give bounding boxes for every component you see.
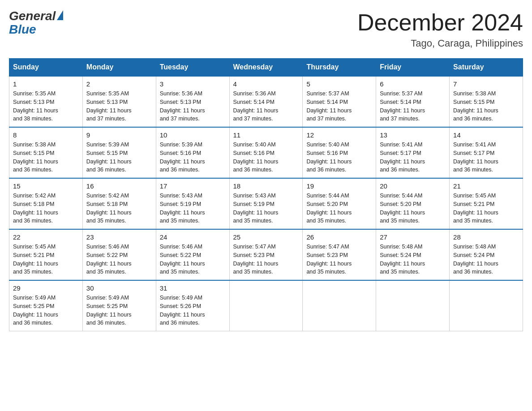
day-info: Sunrise: 5:43 AM Sunset: 5:19 PM Dayligh… <box>233 192 299 225</box>
day-number: 21 <box>453 182 519 190</box>
table-row: 17 Sunrise: 5:43 AM Sunset: 5:19 PM Dayl… <box>156 178 229 229</box>
day-info: Sunrise: 5:37 AM Sunset: 5:14 PM Dayligh… <box>306 90 372 123</box>
table-row: 22 Sunrise: 5:45 AM Sunset: 5:21 PM Dayl… <box>9 229 83 280</box>
day-number: 4 <box>233 80 299 88</box>
table-row <box>376 280 450 331</box>
table-row: 21 Sunrise: 5:45 AM Sunset: 5:21 PM Dayl… <box>450 178 523 229</box>
calendar-week-row: 8 Sunrise: 5:38 AM Sunset: 5:15 PM Dayli… <box>9 127 523 178</box>
day-number: 13 <box>380 131 446 139</box>
header-sunday: Sunday <box>9 59 83 77</box>
header-saturday: Saturday <box>450 59 523 77</box>
calendar-table: Sunday Monday Tuesday Wednesday Thursday… <box>9 58 523 331</box>
logo-top: General <box>9 9 63 23</box>
day-number: 10 <box>160 131 226 139</box>
day-info: Sunrise: 5:40 AM Sunset: 5:16 PM Dayligh… <box>233 141 299 174</box>
day-number: 31 <box>160 284 226 292</box>
logo: General Blue <box>9 9 63 37</box>
day-info: Sunrise: 5:46 AM Sunset: 5:22 PM Dayligh… <box>160 243 226 276</box>
table-row: 13 Sunrise: 5:41 AM Sunset: 5:17 PM Dayl… <box>376 127 450 178</box>
day-info: Sunrise: 5:39 AM Sunset: 5:16 PM Dayligh… <box>160 141 226 174</box>
day-number: 2 <box>86 80 152 88</box>
table-row: 15 Sunrise: 5:42 AM Sunset: 5:18 PM Dayl… <box>9 178 83 229</box>
day-number: 28 <box>453 233 519 241</box>
day-number: 30 <box>86 284 152 292</box>
day-info: Sunrise: 5:49 AM Sunset: 5:25 PM Dayligh… <box>13 294 79 327</box>
table-row: 1 Sunrise: 5:35 AM Sunset: 5:13 PM Dayli… <box>9 76 83 127</box>
day-info: Sunrise: 5:47 AM Sunset: 5:23 PM Dayligh… <box>233 243 299 276</box>
day-info: Sunrise: 5:37 AM Sunset: 5:14 PM Dayligh… <box>380 90 446 123</box>
day-info: Sunrise: 5:49 AM Sunset: 5:26 PM Dayligh… <box>160 294 226 327</box>
day-info: Sunrise: 5:43 AM Sunset: 5:19 PM Dayligh… <box>160 192 226 225</box>
table-row: 4 Sunrise: 5:36 AM Sunset: 5:14 PM Dayli… <box>229 76 303 127</box>
table-row: 19 Sunrise: 5:44 AM Sunset: 5:20 PM Dayl… <box>303 178 376 229</box>
day-info: Sunrise: 5:35 AM Sunset: 5:13 PM Dayligh… <box>86 90 152 123</box>
page-header: General Blue December 2024 Tago, Caraga,… <box>9 9 523 49</box>
day-number: 29 <box>13 284 79 292</box>
day-info: Sunrise: 5:38 AM Sunset: 5:15 PM Dayligh… <box>13 141 79 174</box>
day-number: 6 <box>380 80 446 88</box>
calendar-header-row: Sunday Monday Tuesday Wednesday Thursday… <box>9 59 523 77</box>
day-number: 23 <box>86 233 152 241</box>
table-row: 7 Sunrise: 5:38 AM Sunset: 5:15 PM Dayli… <box>450 76 523 127</box>
day-info: Sunrise: 5:45 AM Sunset: 5:21 PM Dayligh… <box>453 192 519 225</box>
day-info: Sunrise: 5:47 AM Sunset: 5:23 PM Dayligh… <box>306 243 372 276</box>
day-number: 27 <box>380 233 446 241</box>
day-info: Sunrise: 5:42 AM Sunset: 5:18 PM Dayligh… <box>86 192 152 225</box>
header-thursday: Thursday <box>303 59 376 77</box>
day-number: 26 <box>306 233 372 241</box>
day-number: 11 <box>233 131 299 139</box>
calendar-week-row: 29 Sunrise: 5:49 AM Sunset: 5:25 PM Dayl… <box>9 280 523 331</box>
table-row: 12 Sunrise: 5:40 AM Sunset: 5:16 PM Dayl… <box>303 127 376 178</box>
day-info: Sunrise: 5:45 AM Sunset: 5:21 PM Dayligh… <box>13 243 79 276</box>
location-subtitle: Tago, Caraga, Philippines <box>357 38 523 49</box>
day-number: 1 <box>13 80 79 88</box>
day-info: Sunrise: 5:36 AM Sunset: 5:14 PM Dayligh… <box>233 90 299 123</box>
logo-general-text: General <box>9 9 56 23</box>
table-row: 28 Sunrise: 5:48 AM Sunset: 5:24 PM Dayl… <box>450 229 523 280</box>
day-number: 19 <box>306 182 372 190</box>
day-info: Sunrise: 5:40 AM Sunset: 5:16 PM Dayligh… <box>306 141 372 174</box>
day-info: Sunrise: 5:41 AM Sunset: 5:17 PM Dayligh… <box>380 141 446 174</box>
day-info: Sunrise: 5:39 AM Sunset: 5:15 PM Dayligh… <box>86 141 152 174</box>
calendar-week-row: 15 Sunrise: 5:42 AM Sunset: 5:18 PM Dayl… <box>9 178 523 229</box>
table-row: 5 Sunrise: 5:37 AM Sunset: 5:14 PM Dayli… <box>303 76 376 127</box>
logo-triangle-icon <box>57 10 63 20</box>
table-row: 18 Sunrise: 5:43 AM Sunset: 5:19 PM Dayl… <box>229 178 303 229</box>
table-row: 20 Sunrise: 5:44 AM Sunset: 5:20 PM Dayl… <box>376 178 450 229</box>
header-wednesday: Wednesday <box>229 59 303 77</box>
table-row: 2 Sunrise: 5:35 AM Sunset: 5:13 PM Dayli… <box>82 76 156 127</box>
day-info: Sunrise: 5:41 AM Sunset: 5:17 PM Dayligh… <box>453 141 519 174</box>
day-number: 25 <box>233 233 299 241</box>
day-info: Sunrise: 5:44 AM Sunset: 5:20 PM Dayligh… <box>306 192 372 225</box>
header-tuesday: Tuesday <box>156 59 229 77</box>
day-number: 15 <box>13 182 79 190</box>
table-row: 6 Sunrise: 5:37 AM Sunset: 5:14 PM Dayli… <box>376 76 450 127</box>
table-row: 31 Sunrise: 5:49 AM Sunset: 5:26 PM Dayl… <box>156 280 229 331</box>
day-info: Sunrise: 5:49 AM Sunset: 5:25 PM Dayligh… <box>86 294 152 327</box>
day-number: 14 <box>453 131 519 139</box>
table-row: 10 Sunrise: 5:39 AM Sunset: 5:16 PM Dayl… <box>156 127 229 178</box>
table-row: 11 Sunrise: 5:40 AM Sunset: 5:16 PM Dayl… <box>229 127 303 178</box>
table-row: 9 Sunrise: 5:39 AM Sunset: 5:15 PM Dayli… <box>82 127 156 178</box>
day-number: 5 <box>306 80 372 88</box>
day-info: Sunrise: 5:42 AM Sunset: 5:18 PM Dayligh… <box>13 192 79 225</box>
title-block: December 2024 Tago, Caraga, Philippines <box>357 9 523 49</box>
table-row: 30 Sunrise: 5:49 AM Sunset: 5:25 PM Dayl… <box>82 280 156 331</box>
table-row: 25 Sunrise: 5:47 AM Sunset: 5:23 PM Dayl… <box>229 229 303 280</box>
day-number: 24 <box>160 233 226 241</box>
day-number: 9 <box>86 131 152 139</box>
day-number: 7 <box>453 80 519 88</box>
calendar-week-row: 1 Sunrise: 5:35 AM Sunset: 5:13 PM Dayli… <box>9 76 523 127</box>
table-row: 23 Sunrise: 5:46 AM Sunset: 5:22 PM Dayl… <box>82 229 156 280</box>
day-number: 12 <box>306 131 372 139</box>
day-number: 22 <box>13 233 79 241</box>
table-row <box>303 280 376 331</box>
day-info: Sunrise: 5:46 AM Sunset: 5:22 PM Dayligh… <box>86 243 152 276</box>
table-row <box>229 280 303 331</box>
table-row <box>450 280 523 331</box>
day-number: 20 <box>380 182 446 190</box>
day-info: Sunrise: 5:48 AM Sunset: 5:24 PM Dayligh… <box>453 243 519 276</box>
table-row: 8 Sunrise: 5:38 AM Sunset: 5:15 PM Dayli… <box>9 127 83 178</box>
day-info: Sunrise: 5:44 AM Sunset: 5:20 PM Dayligh… <box>380 192 446 225</box>
month-year-title: December 2024 <box>357 9 523 36</box>
